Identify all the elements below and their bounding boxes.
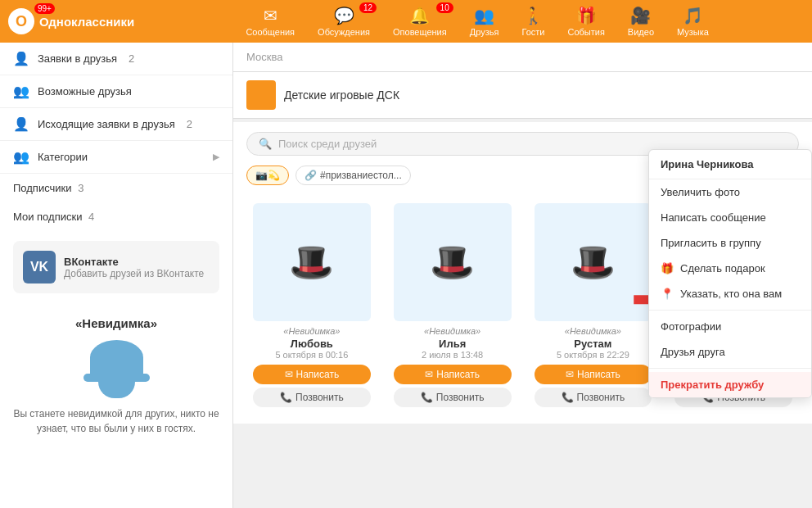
friend-label-2: «Невидимка» — [535, 326, 652, 336]
friend-requests-count: 2 — [129, 52, 134, 65]
nav-messages[interactable]: ✉ Сообщения — [234, 1, 306, 42]
nav-music[interactable]: 🎵 Музыка — [665, 1, 720, 42]
vk-title: ВКонтакте — [64, 256, 204, 268]
friends-of-friend-label: Друзья друга — [661, 346, 725, 358]
messages-icon: ✉ — [264, 6, 277, 25]
group-name: Детские игровые ДСК — [284, 88, 399, 102]
friend-name-1: Илья — [394, 338, 512, 350]
nav-video[interactable]: 🎥 Видео — [616, 1, 665, 42]
context-menu-photos[interactable]: Фотографии — [649, 314, 811, 339]
envelope-icon-2: ✉ — [566, 369, 574, 380]
tag-camera-text: 📷💫 — [255, 170, 280, 181]
call-button-1[interactable]: 📞 Позвонить — [394, 388, 512, 407]
logo[interactable]: О Одноклассники — [8, 8, 134, 34]
context-menu-friends-of-friend[interactable]: Друзья друга — [649, 339, 811, 365]
logo-badge: 99+ — [34, 3, 55, 14]
tag-calling-icon: 🔗 — [304, 170, 317, 181]
write-button-0[interactable]: ✉ Написать — [253, 365, 371, 384]
tag-calling[interactable]: 🔗 #призваниестол... — [295, 166, 411, 185]
tag-camera[interactable]: 📷💫 — [246, 166, 289, 185]
discussions-label: Обсуждения — [318, 27, 370, 37]
content-area: Москва Детские игровые ДСК 🔍 Поиск среди… — [233, 43, 812, 508]
nav-discussions[interactable]: 💬 Обсуждения 12 — [306, 1, 381, 42]
nav-friends[interactable]: 👥 Друзья — [458, 1, 511, 42]
vk-text: ВКонтакте Добавить друзей из ВКонтакте — [64, 256, 204, 279]
group-banner[interactable]: Детские игровые ДСК — [233, 72, 812, 119]
friends-label: Друзья — [470, 27, 499, 37]
photos-label: Фотографии — [661, 320, 721, 333]
nav-notifications[interactable]: 🔔 Оповещения 10 — [381, 1, 458, 42]
subscribers-label: Подписчики — [13, 182, 72, 194]
possible-friends-icon: 👥 — [13, 84, 29, 99]
nav-guests[interactable]: 🚶 Гости — [510, 1, 556, 42]
nevidimka-widget: «Невидимка» Вы станете невидимкой для др… — [0, 303, 232, 449]
my-subscriptions-section[interactable]: Мои подписки 4 — [0, 202, 232, 231]
nav-items: ✉ Сообщения 💬 Обсуждения 12 🔔 Оповещения… — [151, 1, 804, 42]
sidebar-item-possible-friends[interactable]: 👥 Возможные друзья — [0, 75, 232, 108]
write-message-label: Написать сообщение — [661, 211, 766, 224]
indicate-who-label: Указать, кто она вам — [680, 288, 782, 300]
logo-icon: О — [8, 8, 34, 34]
outgoing-requests-label: Исходящие заявки в друзья — [38, 118, 175, 130]
context-menu-enlarge-photo[interactable]: Увеличить фото — [649, 179, 811, 205]
friend-avatar-1: 🎩 — [394, 203, 512, 321]
outgoing-requests-count: 2 — [187, 118, 192, 130]
write-button-2[interactable]: ✉ Написать — [535, 365, 652, 384]
friend-name-0: Любовь — [253, 338, 371, 350]
call-button-0[interactable]: 📞 Позвонить — [253, 388, 371, 407]
location-icon: 📍 — [661, 288, 674, 300]
phone-icon-0: 📞 — [280, 392, 292, 403]
friend-date-2: 5 октября в 22:29 — [535, 350, 652, 360]
vk-logo-icon: VK — [23, 251, 56, 283]
subscribers-count: 3 — [78, 182, 83, 194]
sidebar: 👤 Заявки в друзья 2 👥 Возможные друзья 👤… — [0, 43, 233, 508]
end-friendship-label: Прекратить дружбу — [661, 379, 764, 391]
categories-icon: 👥 — [13, 149, 29, 165]
friend-label-1: «Невидимка» — [394, 326, 512, 336]
events-icon: 🎁 — [576, 6, 597, 25]
notifications-label: Оповещения — [393, 27, 447, 37]
music-icon: 🎵 — [683, 6, 703, 25]
context-menu-indicate-who[interactable]: 📍 Указать, кто она вам — [649, 281, 811, 306]
subscribers-section[interactable]: Подписчики 3 — [0, 174, 232, 202]
tag-calling-text: #призваниестол... — [320, 170, 402, 181]
my-subscriptions-count: 4 — [88, 211, 94, 223]
write-button-1[interactable]: ✉ Написать — [394, 365, 512, 384]
friend-card-0: 🎩 «Невидимка» Любовь 5 октября в 00:16 ✉… — [246, 197, 377, 414]
friend-avatar-0: 🎩 — [253, 203, 371, 321]
enlarge-photo-label: Увеличить фото — [661, 186, 740, 198]
context-menu-invite-group[interactable]: Пригласить в группу — [649, 230, 811, 256]
content-location-header: Москва — [233, 43, 812, 72]
outgoing-requests-icon: 👤 — [13, 116, 29, 132]
categories-label: Категории — [38, 151, 88, 163]
group-image — [246, 80, 276, 110]
nevidimka-title: «Невидимка» — [13, 316, 219, 330]
context-menu-end-friendship[interactable]: Прекратить дружбу — [649, 372, 811, 397]
sidebar-item-categories[interactable]: 👥 Категории ▶ — [0, 141, 232, 174]
sidebar-item-friend-requests[interactable]: 👤 Заявки в друзья 2 — [0, 43, 232, 75]
envelope-icon-0: ✉ — [285, 369, 293, 380]
search-icon: 🔍 — [259, 138, 272, 150]
sidebar-item-outgoing-requests[interactable]: 👤 Исходящие заявки в друзья 2 — [0, 108, 232, 141]
location-moscow: Москва — [246, 51, 282, 63]
friend-name-2: Рустам — [535, 338, 652, 350]
vk-widget[interactable]: VK ВКонтакте Добавить друзей из ВКонтакт… — [13, 241, 219, 293]
search-placeholder: Поиск среди друзей — [278, 138, 377, 150]
phone-icon-2: 📞 — [562, 392, 574, 403]
video-icon: 🎥 — [630, 6, 651, 25]
possible-friends-label: Возможные друзья — [38, 85, 132, 98]
context-menu-divider-2 — [649, 368, 811, 369]
top-navigation: О Одноклассники 99+ ✉ Сообщения 💬 Обсужд… — [0, 0, 812, 43]
vk-subtitle: Добавить друзей из ВКонтакте — [64, 268, 204, 279]
phone-icon-1: 📞 — [421, 392, 433, 403]
context-menu-header: Ирина Черникова — [649, 150, 811, 179]
context-menu: Ирина Черникова Увеличить фото Написать … — [648, 149, 812, 398]
friend-requests-icon: 👤 — [13, 51, 29, 66]
context-menu-give-gift[interactable]: 🎁 Сделать подарок — [649, 256, 811, 281]
friend-card-2: 🎩 «Невидимка» Рустам 5 октября в 22:29 ✉… — [528, 197, 659, 414]
my-subscriptions-label: Мои подписки — [13, 211, 82, 223]
context-menu-write-message[interactable]: Написать сообщение — [649, 205, 811, 230]
call-button-2[interactable]: 📞 Позвонить — [535, 388, 652, 407]
nav-events[interactable]: 🎁 События — [556, 1, 616, 42]
categories-arrow-icon: ▶ — [213, 152, 219, 162]
